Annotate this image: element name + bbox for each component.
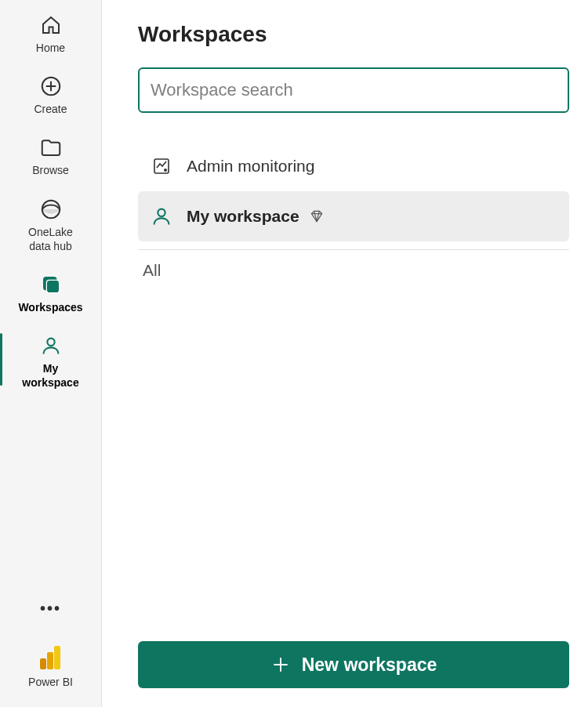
sidebar-item-label: Workspaces [18,300,82,314]
sidebar-item-label: Create [34,102,67,116]
svg-point-7 [47,339,54,346]
admin-monitoring-icon [151,155,172,177]
divider [138,249,569,250]
sidebar-item-label: Browse [32,163,69,177]
left-nav-sidebar: Home Create Browse OneLake data [0,0,102,707]
main-spacer [138,280,569,641]
workspace-item-admin-monitoring[interactable]: Admin monitoring [138,141,569,191]
brand-label: Power BI [28,676,73,688]
sidebar-item-onelake[interactable]: OneLake data hub [0,189,101,264]
workspaces-panel: Workspaces Admin monitoring My workspace [102,0,588,707]
new-workspace-label: New workspace [302,654,437,676]
svg-point-13 [158,209,165,216]
sidebar-item-create[interactable]: Create [0,66,101,127]
workspace-search-input[interactable] [138,67,569,113]
svg-rect-8 [54,646,60,669]
section-label-all: All [138,261,569,280]
sidebar-item-workspaces[interactable]: Workspaces [0,264,101,325]
svg-rect-9 [47,652,53,669]
more-horizontal-icon: ••• [40,600,61,618]
sidebar-spacer [0,401,101,585]
person-icon [151,205,172,227]
workspace-item-label: Admin monitoring [187,157,314,176]
sidebar-brand[interactable]: Power BI [0,633,101,707]
onelake-icon [38,197,64,222]
svg-point-12 [164,169,167,172]
svg-rect-10 [40,658,46,669]
home-icon [38,13,64,38]
page-title: Workspaces [138,22,569,47]
sidebar-item-my-workspace[interactable]: My workspace [0,325,101,401]
active-indicator [0,333,2,385]
workspace-item-label: My workspace [187,207,299,226]
workspace-list: Admin monitoring My workspace All [138,141,569,280]
svg-rect-6 [47,281,59,292]
sidebar-more-button[interactable]: ••• [0,584,101,633]
sidebar-item-label: My workspace [22,361,78,390]
new-workspace-button[interactable]: New workspace [138,641,569,688]
sidebar-item-browse[interactable]: Browse [0,127,101,188]
folder-icon [38,135,64,160]
person-icon [38,333,64,358]
plus-icon [270,654,291,675]
diamond-icon [309,208,325,224]
power-bi-icon [40,644,62,671]
sidebar-item-home[interactable]: Home [0,5,101,66]
sidebar-item-label: OneLake data hub [28,225,73,253]
sidebar-item-label: Home [36,41,65,55]
plus-circle-icon [38,74,64,99]
workspaces-icon [38,272,64,297]
workspace-item-my-workspace[interactable]: My workspace [138,191,569,241]
